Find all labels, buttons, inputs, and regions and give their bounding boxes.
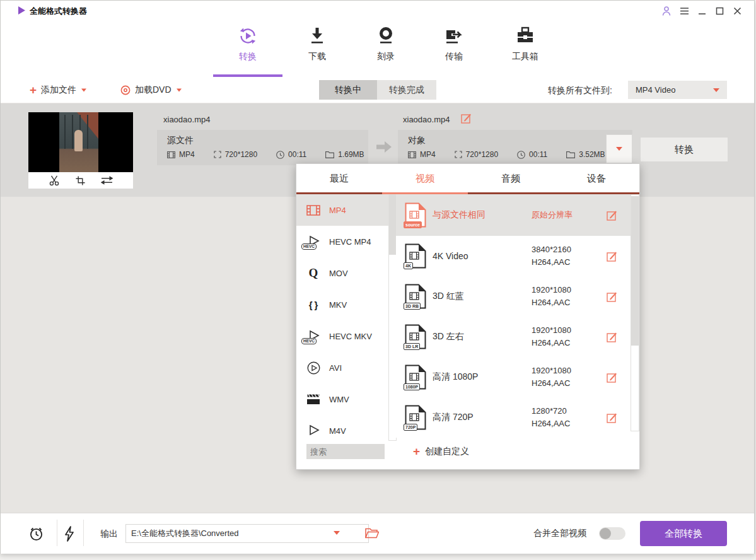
preset-list-scrollbar[interactable]	[631, 194, 639, 431]
plus-icon: +	[30, 86, 37, 95]
effects-icon[interactable]	[101, 175, 113, 185]
merge-videos-toggle[interactable]	[599, 527, 625, 540]
tab-convert[interactable]: 转换	[218, 26, 277, 65]
menu-icon[interactable]	[677, 4, 691, 17]
preset-name: 4K Video	[433, 251, 468, 261]
search-input[interactable]	[306, 444, 385, 459]
preset-row-source[interactable]: source 与源文件相同 原始分辨率	[396, 194, 631, 236]
load-dvd-label: 加载DVD	[135, 85, 172, 96]
schedule-icon[interactable]	[28, 526, 44, 542]
trim-icon[interactable]	[49, 175, 60, 186]
title-bar: 全能格式转换器	[1, 1, 754, 20]
target-file-name: xiaodao.mp4	[403, 115, 450, 124]
add-files-button[interactable]: + 添加文件	[30, 77, 87, 103]
close-icon[interactable]	[730, 4, 744, 17]
minimize-icon[interactable]	[695, 4, 709, 17]
merge-videos-label: 合并全部视频	[533, 528, 586, 539]
burn-icon	[376, 26, 395, 46]
create-custom-button[interactable]: + 创建自定义	[413, 444, 469, 459]
hevc-mkv-icon: HEVC	[304, 330, 323, 342]
format-item-hevc-mkv[interactable]: HEVC HEVC MKV	[296, 320, 388, 352]
output-path-select[interactable]	[125, 524, 369, 543]
tab-toolbox[interactable]: 工具箱	[496, 26, 555, 65]
format-item-mp4[interactable]: MP4	[296, 194, 388, 226]
preset-file-icon: 3D RB	[405, 284, 426, 309]
target-info-panel: 对象 MP4 720*1280	[398, 130, 632, 165]
add-files-label: 添加文件	[41, 85, 76, 96]
source-info-panel: 源文件 MP4 720*1280	[157, 130, 368, 165]
preset-name: 高清 1080P	[433, 371, 478, 383]
convert-button[interactable]: 转换	[640, 137, 728, 162]
format-item-avi[interactable]: AVI	[296, 352, 388, 383]
preset-file-icon: 1080P	[405, 365, 426, 390]
format-item-hevc-mp4[interactable]: HEVC HEVC MP4	[296, 226, 388, 257]
preset-specs: 1920*1080H264,AAC	[532, 324, 571, 349]
preset-edit-icon[interactable]	[607, 291, 617, 302]
tab-burn-label: 刻录	[377, 51, 395, 62]
toolbar: + 添加文件 加载DVD 转换中 转换完成 转换所有文件到: MP4 Video	[1, 77, 754, 103]
format-list-scroll-thumb[interactable]	[389, 195, 396, 255]
preset-row-4k[interactable]: 4K 4K Video 3840*2160H264,AAC	[396, 236, 631, 277]
preset-file-icon: 3D LR	[405, 324, 426, 349]
target-format-dropdown-button[interactable]	[606, 134, 632, 163]
format-item-m4v[interactable]: M4V	[296, 415, 388, 440]
preset-row-1080p[interactable]: 1080P 高清 1080P 1920*1080H264,AAC	[396, 357, 631, 398]
app-window: 全能格式转换器	[0, 0, 755, 554]
task-list-area: xiaodao.mp4 源文件 MP4 720*1280	[1, 103, 754, 513]
convert-all-button[interactable]: 全部转换	[640, 521, 727, 546]
convert-all-format-select[interactable]: MP4 Video	[628, 81, 727, 99]
convert-all-format-value: MP4 Video	[636, 85, 675, 95]
maximize-icon[interactable]	[712, 4, 726, 17]
popup-tab-video[interactable]: 视频	[382, 164, 468, 192]
format-label: M4V	[329, 426, 346, 436]
format-label: MP4	[329, 206, 346, 215]
format-label: AVI	[329, 363, 342, 373]
target-format: MP4	[420, 150, 436, 159]
tab-download-label: 下载	[308, 51, 326, 62]
tab-converting[interactable]: 转换中	[319, 80, 377, 100]
tab-download[interactable]: 下载	[288, 26, 347, 65]
add-files-caret-icon[interactable]	[81, 88, 86, 91]
preset-row-3d-rb[interactable]: 3D RB 3D 红蓝 1920*1080H264,AAC	[396, 276, 631, 317]
format-icon	[167, 151, 175, 158]
dvd-icon	[120, 85, 131, 95]
preset-edit-icon[interactable]	[607, 412, 617, 423]
preset-name: 3D 红蓝	[433, 291, 464, 302]
tab-converted[interactable]: 转换完成	[377, 80, 436, 100]
tab-burn[interactable]: 刻录	[356, 26, 416, 65]
load-dvd-button[interactable]: 加载DVD	[120, 77, 182, 103]
preset-edit-icon[interactable]	[607, 332, 617, 342]
tab-transfer[interactable]: 传输	[424, 26, 484, 65]
popup-tab-device[interactable]: 设备	[554, 164, 639, 192]
app-logo-icon	[17, 6, 26, 15]
preset-specs: 1280*720H264,AAC	[532, 405, 570, 430]
crop-icon[interactable]	[75, 175, 86, 186]
preset-edit-icon[interactable]	[607, 372, 617, 383]
preset-row-720p[interactable]: 720P 高清 720P 1280*720H264,AAC	[396, 397, 631, 438]
wmv-icon	[304, 394, 323, 405]
format-item-mkv[interactable]: { } MKV	[296, 289, 388, 320]
load-dvd-caret-icon[interactable]	[177, 88, 182, 91]
preset-row-3d-lr[interactable]: 3D LR 3D 左右 1920*1080H264,AAC	[396, 317, 631, 358]
duration-icon	[517, 151, 525, 159]
preset-resolution: 原始分辨率	[532, 209, 573, 221]
preset-source-icon: source	[405, 202, 426, 228]
popup-tab-audio[interactable]: 音频	[468, 164, 554, 192]
open-folder-icon[interactable]	[365, 528, 379, 539]
preset-name: 与源文件相同	[433, 209, 486, 221]
preset-edit-icon[interactable]	[607, 251, 617, 262]
avi-icon	[304, 361, 323, 375]
account-icon[interactable]	[660, 4, 673, 17]
format-item-wmv[interactable]: WMV	[296, 383, 388, 415]
video-thumbnail	[28, 112, 133, 172]
preset-list-scroll-thumb[interactable]	[631, 196, 639, 346]
format-item-mov[interactable]: Q MOV	[296, 257, 388, 289]
preset-edit-icon[interactable]	[607, 210, 617, 221]
thumbnail-toolbar	[28, 172, 133, 189]
toolbox-icon	[515, 26, 535, 46]
rename-icon[interactable]	[461, 113, 472, 124]
convert-icon	[238, 26, 258, 46]
popup-tab-recent[interactable]: 最近	[296, 164, 382, 192]
divider	[83, 520, 84, 546]
highspeed-icon[interactable]	[64, 526, 75, 542]
